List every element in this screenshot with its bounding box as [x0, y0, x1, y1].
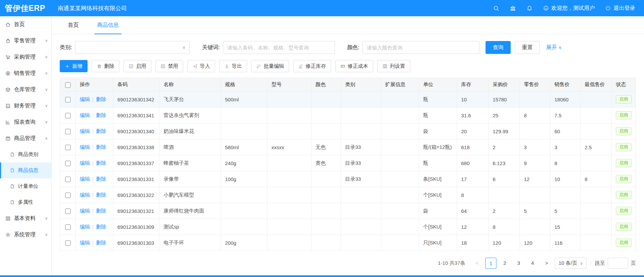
sidebar-subitem-product-category[interactable]: 商品类别 — [0, 146, 51, 162]
edit-link[interactable]: 编辑 — [80, 240, 90, 245]
row-checkbox[interactable] — [65, 177, 71, 182]
page-button-1[interactable]: 1 — [485, 258, 496, 269]
fix-stock-button[interactable]: 修正库存 — [293, 60, 331, 72]
row-checkbox[interactable] — [65, 209, 71, 214]
chevron-down-icon: ∨ — [45, 87, 48, 92]
tab-home[interactable]: 首页 — [65, 16, 81, 34]
column-header: 销售价 — [550, 78, 581, 92]
edit-link[interactable]: 编辑 — [80, 128, 90, 134]
edit-link[interactable]: 编辑 — [80, 224, 90, 230]
bank-icon[interactable] — [510, 5, 516, 12]
sidebar-item-report[interactable]: 报表查询∨ — [0, 114, 51, 130]
table-row: 编辑|删除6901236301303电子手环200g只[SKU]18120120… — [60, 235, 636, 251]
enable-button[interactable]: 启用 — [124, 60, 151, 72]
row-checkbox[interactable] — [65, 193, 71, 198]
delete-link[interactable]: 删除 — [96, 208, 106, 214]
retail-icon — [5, 38, 11, 44]
delete-link[interactable]: 删除 — [96, 160, 106, 166]
row-checkbox[interactable] — [65, 145, 71, 150]
chevron-down-icon: ∨ — [558, 45, 562, 50]
sidebar-item-finance[interactable]: 财务管理∨ — [0, 98, 51, 114]
sidebar-item-product[interactable]: 商品管理∧ — [0, 130, 51, 146]
cell-model — [267, 235, 311, 251]
edit-link[interactable]: 编辑 — [80, 176, 90, 182]
tab-product-info[interactable]: 商品信息 — [94, 16, 121, 34]
page-button-2[interactable]: 2 — [499, 258, 510, 269]
disable-button[interactable]: 禁用 — [155, 60, 183, 72]
sidebar-item-sales[interactable]: 销售管理∨ — [0, 65, 51, 81]
edit-link[interactable]: 编辑 — [80, 208, 90, 214]
delete-link[interactable]: 删除 — [96, 192, 106, 198]
delete-link[interactable]: 删除 — [96, 96, 106, 102]
cell-operations: 编辑|删除 — [76, 203, 113, 219]
cell-retail_price: 9 — [520, 155, 550, 171]
prev-page-button[interactable]: < — [471, 258, 482, 269]
delete-button[interactable]: 删除 — [92, 60, 119, 72]
batch-edit-button[interactable]: 批量编辑 — [251, 60, 289, 72]
cell-category — [341, 123, 381, 139]
cell-retail_price: 120 — [520, 235, 550, 251]
page-button-4[interactable]: 4 — [527, 258, 538, 269]
row-checkbox[interactable] — [65, 113, 71, 118]
row-checkbox[interactable] — [65, 224, 71, 230]
pagination-total: 1-10 共37条 — [438, 260, 465, 266]
import-button[interactable]: 导入 — [187, 60, 215, 72]
table-row: 编辑|删除6901236301338啤酒580mlxxsxx无色目录33瓶/(箱… — [60, 139, 636, 155]
cell-name: 测试sp — [159, 219, 221, 235]
sidebar-subitem-label: 多属性 — [18, 199, 48, 205]
page-size-select[interactable]: 10 条/页∨ — [555, 258, 587, 269]
sidebar-item-purchase[interactable]: 采购管理∨ — [0, 49, 51, 65]
jump-page-input[interactable] — [608, 258, 628, 269]
delete-link[interactable]: 删除 — [96, 240, 106, 245]
cell-retail_price: 3 — [520, 139, 550, 155]
sidebar-subitem-multi-attribute[interactable]: 多属性 — [0, 194, 51, 210]
delete-link[interactable]: 删除 — [96, 224, 106, 230]
search-button[interactable]: 查询 — [486, 41, 511, 54]
sidebar-item-warehouse[interactable]: 仓库管理∨ — [0, 81, 51, 98]
cell-unit: 瓶 — [419, 155, 457, 171]
delete-link[interactable]: 删除 — [96, 128, 106, 134]
sidebar-item-system[interactable]: 系统管理∨ — [0, 226, 51, 243]
edit-link[interactable]: 编辑 — [80, 192, 90, 198]
bell-icon[interactable] — [526, 5, 533, 12]
row-checkbox[interactable] — [65, 129, 71, 134]
welcome-text: 欢迎您，测试用户 — [551, 5, 595, 12]
color-input[interactable] — [362, 41, 479, 54]
sidebar-item-home[interactable]: 首页 — [0, 16, 51, 33]
page-button-3[interactable]: 3 — [513, 258, 524, 269]
search-icon[interactable] — [493, 5, 499, 12]
delete-link[interactable]: 删除 — [96, 144, 106, 150]
sidebar-item-basic[interactable]: 基本资料∨ — [0, 210, 51, 226]
cell-spec — [221, 187, 267, 203]
next-page-button[interactable]: > — [541, 258, 552, 269]
row-checkbox[interactable] — [65, 161, 71, 166]
cell-stock: 680 — [457, 155, 489, 171]
fix-cost-button[interactable]: 修正成本 — [335, 60, 373, 72]
add-button[interactable]: 新增 — [60, 60, 88, 72]
category-select[interactable]: ∨ — [75, 41, 190, 54]
welcome-user[interactable]: 欢迎您，测试用户 — [543, 5, 595, 12]
keyword-input[interactable] — [223, 41, 335, 54]
op-divider: | — [92, 112, 94, 118]
column-header: 状态 — [612, 78, 636, 92]
delete-link[interactable]: 删除 — [96, 112, 106, 118]
sidebar-item-retail[interactable]: 零售管理∨ — [0, 33, 51, 49]
expand-link[interactable]: 展开 ∨ — [546, 44, 562, 51]
cell-model — [267, 219, 311, 235]
logout-button[interactable]: 退出登录 — [605, 5, 635, 12]
sidebar-subitem-measure-unit[interactable]: 计量单位 — [0, 178, 51, 194]
delete-link[interactable]: 删除 — [96, 176, 106, 182]
row-checkbox[interactable] — [65, 97, 71, 102]
column-settings-button[interactable]: 列设置 — [377, 60, 410, 72]
edit-link[interactable]: 编辑 — [80, 144, 90, 150]
edit-link[interactable]: 编辑 — [80, 112, 90, 118]
toolbar: 新增删除启用禁用导入导出批量编辑修正库存修正成本列设置 — [60, 60, 636, 72]
sidebar-subitem-product-info[interactable]: 商品信息 — [0, 162, 51, 178]
edit-link[interactable]: 编辑 — [80, 160, 90, 166]
chevron-down-icon: ∨ — [580, 261, 583, 265]
export-button[interactable]: 导出 — [219, 60, 247, 72]
reset-button[interactable]: 重置 — [515, 41, 540, 54]
edit-link[interactable]: 编辑 — [80, 96, 90, 102]
row-checkbox[interactable] — [65, 240, 71, 246]
select-all-checkbox[interactable] — [65, 82, 71, 88]
